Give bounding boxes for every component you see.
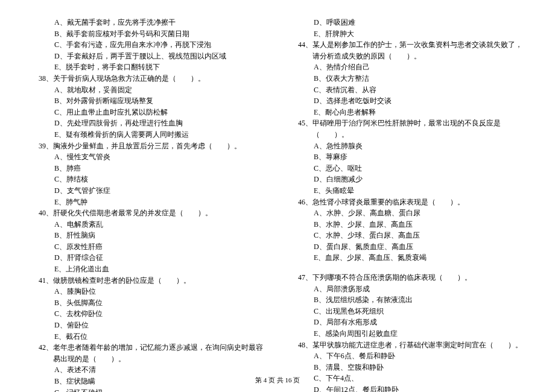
question-stem: 40、肝硬化失代偿期患者最常见的并发症是（ ）。: [30, 207, 265, 219]
option: A、电解质紊乱: [30, 219, 265, 230]
option: E、头痛眩晕: [290, 185, 525, 197]
option: B、清晨、空腹和静卧: [290, 362, 525, 373]
option: D、先处理四肢骨折，再处理进行性血胸: [30, 118, 265, 129]
option: B、对外露骨折断端应现场整复: [30, 95, 265, 107]
question-stem: 46、急性肾小球肾炎最重要的临床表现是（ ）。: [290, 197, 525, 208]
option: C、水肿、少球、蛋白尿、高血压: [290, 230, 525, 241]
option: D、选择患者吃饭时交谈: [290, 95, 525, 107]
option: C、表情沉着、从容: [290, 84, 525, 96]
option: A、膝胸卧位: [30, 286, 265, 297]
option: D、局部有水疱形成: [290, 317, 525, 328]
option: B、仪表大方整洁: [290, 73, 525, 84]
question-stem: 48、某甲状腺功能亢进症患者，行基础代谢率测定时间宜在（ ）。: [290, 340, 525, 351]
option: D、手套戴好后，两手置于腰以上、视线范围以内区域: [30, 51, 265, 62]
question-stem: 39、胸液外少量鲜血，并且放置后分三层，首先考虑（ ）。: [30, 141, 265, 152]
option: B、戴手套前应核对手套外号码和灭菌日期: [30, 28, 265, 40]
option: C、原发性肝癌: [30, 241, 265, 253]
option: C、用止血带止血时应扎紧以防松解: [30, 107, 265, 118]
option: D、午间12点、餐后和静卧: [290, 384, 525, 392]
option: C、出现黑色坏死组织: [290, 306, 525, 317]
option: A、就地取材，妥善固定: [30, 84, 265, 96]
question-stem: 41、做膀胱镜检查时患者的卧位应是（ ）。: [30, 275, 265, 286]
option: C、记忆不确切: [30, 387, 265, 392]
option: B、头低脚高位: [30, 297, 265, 309]
option: E、肝脾肿大: [290, 28, 525, 40]
option: C、手套有污迹，应先用自来水冲净，再脱下浸泡: [30, 39, 265, 51]
option: A、下午6点、餐后和静卧: [290, 350, 525, 362]
option: D、蛋白尿、氮质血症、高血压: [290, 241, 525, 253]
option: D、支气管扩张症: [30, 185, 265, 197]
question-stem: 38、关于骨折病人现场急救方法正确的是（ ）。: [30, 73, 265, 84]
question-stem: 42、老年患者随着年龄的增加，记忆能力逐步减退，在询问病史时最容易出现的是（ ）…: [30, 342, 265, 364]
option: E、脱手套时，将手套口翻转脱下: [30, 62, 265, 73]
option: B、荨麻疹: [290, 151, 525, 163]
option: B、肝性脑病: [30, 230, 265, 241]
option: A、局部溃疡形成: [290, 283, 525, 295]
option: D、呼吸困难: [290, 17, 525, 28]
question-stem: 44、某人是刚参加工作的护士，第一次收集资料与患者交谈就失败了，请分析造成失败的…: [290, 39, 525, 62]
option: A、表述不清: [30, 364, 265, 376]
question-stem: 47、下列哪项不符合压疮溃疡期的临床表现（ ）。: [290, 272, 525, 283]
page-footer: 第 4 页 共 16 页: [0, 376, 555, 385]
option: E、上消化道出血: [30, 264, 265, 275]
option: E、感染向周围引起败血症: [290, 328, 525, 340]
option: B、浅层组织感染，有脓液流出: [290, 294, 525, 306]
option: D、肝肾综合征: [30, 252, 265, 264]
option: D、白细胞减少: [290, 174, 525, 185]
option: E、肺气肿: [30, 197, 265, 208]
option: D、俯卧位: [30, 320, 265, 331]
option: B、肺癌: [30, 163, 265, 174]
option: E、血尿、少尿、高血压、氮质衰竭: [290, 252, 525, 264]
option: E、疑有颈椎骨折的病人需要两人同时搬运: [30, 129, 265, 141]
question-stem: 45、甲硝唑用于治疗阿米巴性肝脓肿时，最常出现的不良反应是（ ）。: [290, 118, 525, 140]
option: A、水肿、少尿、高血糖、蛋白尿: [290, 207, 525, 219]
option: A、急性肺腺炎: [290, 141, 525, 152]
option: E、截石位: [30, 331, 265, 343]
option: C、去枕仰卧位: [30, 308, 265, 320]
option: E、耐心向患者解释: [290, 107, 525, 118]
option: B、水肿、少尿、血尿、高血压: [290, 219, 525, 230]
option: C、恶心、呕吐: [290, 163, 525, 174]
option: A、慢性支气管炎: [30, 151, 265, 163]
option: C、肺结核: [30, 174, 265, 185]
option: A、热情介绍自己: [290, 62, 525, 73]
option: A、戴无菌手套时，应先将手洗净擦干: [30, 17, 265, 28]
